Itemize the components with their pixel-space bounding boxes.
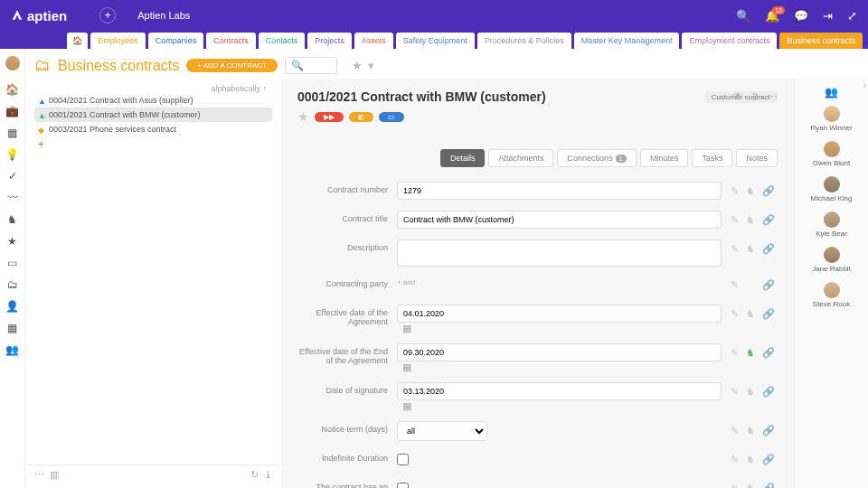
link-icon[interactable]: 🔗 xyxy=(762,214,775,226)
tab-contracts[interactable]: Contracts xyxy=(206,33,256,49)
edit-icon[interactable]: ✎ xyxy=(731,308,739,320)
rail-grid-icon[interactable]: ▦ xyxy=(7,322,17,334)
horse-icon[interactable]: ♞ xyxy=(746,425,755,436)
calendar-icon[interactable]: ▦ xyxy=(402,400,411,411)
input-eff-date[interactable] xyxy=(397,305,722,323)
add-party-link[interactable]: + add xyxy=(397,278,415,286)
input-end-date[interactable] xyxy=(397,343,722,361)
list-item[interactable]: ◆0003/2021 Phone services contract xyxy=(34,122,272,136)
add-global-button[interactable]: + xyxy=(99,7,116,23)
list-download-icon[interactable]: ⤓ xyxy=(264,469,272,481)
sort-label[interactable]: alphabetically xyxy=(211,84,260,93)
edit-icon[interactable]: ✎ xyxy=(731,425,739,436)
tab-notes[interactable]: Notes xyxy=(736,149,778,167)
input-description[interactable] xyxy=(397,239,722,267)
link-icon[interactable]: 🔗 xyxy=(762,185,775,197)
tab-tasks[interactable]: Tasks xyxy=(692,149,732,167)
calendar-icon[interactable]: ▦ xyxy=(402,361,411,372)
login-icon[interactable]: ⇥ xyxy=(823,9,833,23)
fullscreen-icon[interactable]: ⤢ xyxy=(847,9,857,23)
tab-connections[interactable]: Connections1 xyxy=(557,149,637,167)
rail-horse-icon[interactable]: ♞ xyxy=(7,213,17,226)
horse-icon[interactable]: ♞ xyxy=(746,243,755,255)
tab-assets[interactable]: Assets xyxy=(354,33,393,49)
brand-logo[interactable]: aptien xyxy=(11,8,67,23)
tab-home[interactable]: 🏠 xyxy=(67,33,88,49)
rail-check-icon[interactable]: ✓ xyxy=(8,170,17,183)
tag-blue[interactable]: ▭ xyxy=(379,112,404,122)
link-icon[interactable]: 🔗 xyxy=(762,454,775,465)
visibility-icon[interactable]: 👁 xyxy=(732,90,743,103)
link-icon[interactable]: 🔗 xyxy=(762,483,775,488)
tab-companies[interactable]: Companies xyxy=(148,33,204,49)
edit-icon[interactable]: ✎ xyxy=(731,483,739,488)
chat-icon[interactable]: 💬 xyxy=(794,9,808,23)
edit-icon[interactable]: ✎ xyxy=(731,243,739,255)
tab-safety[interactable]: Safety Equipment xyxy=(396,33,475,49)
rail-folder-icon[interactable]: 🗂 xyxy=(7,278,18,291)
link-icon[interactable]: 🔗 xyxy=(762,243,775,255)
rail-person-icon[interactable]: 👤 xyxy=(5,300,19,313)
notifications-icon[interactable]: 🔔13 xyxy=(765,9,779,23)
list-search[interactable]: 🔍 xyxy=(285,57,337,74)
rail-people-icon[interactable]: 👥 xyxy=(5,343,19,356)
person-item[interactable]: Ryan Winner xyxy=(798,106,864,132)
person-item[interactable]: Michael King xyxy=(798,176,864,202)
tag-yellow[interactable]: ◐ xyxy=(349,112,373,122)
rail-book-icon[interactable]: ▭ xyxy=(7,257,17,269)
collapse-icon[interactable]: › xyxy=(863,80,866,90)
add-contract-button[interactable]: + ADD A CONTRACT xyxy=(186,59,278,72)
list-item[interactable]: ▲0001/2021 Contract with BMW (customer) xyxy=(34,108,272,122)
tab-emp-contracts[interactable]: Employment contracts xyxy=(682,33,777,49)
list-item[interactable]: ▲0004/2021 Contract with Asus (supplier) xyxy=(34,93,272,108)
select-notice[interactable]: all xyxy=(397,421,487,441)
tab-details[interactable]: Details xyxy=(440,149,486,167)
person-item[interactable]: Kyle Bear xyxy=(798,211,864,238)
tab-minutes[interactable]: Minutes xyxy=(640,149,689,167)
link-icon[interactable]: 🔗 xyxy=(762,347,775,359)
horse-icon[interactable]: ♞ xyxy=(746,483,755,488)
favorite-icon[interactable]: ★ xyxy=(352,59,363,72)
horse-icon[interactable]: ♞ xyxy=(746,454,755,465)
share-icon[interactable]: ⇪ xyxy=(750,90,760,103)
checkbox-indef[interactable] xyxy=(397,454,409,465)
rail-home-icon[interactable]: 🏠 xyxy=(5,83,19,96)
link-icon[interactable]: 🔗 xyxy=(762,279,775,291)
edit-icon[interactable]: ✎ xyxy=(731,279,739,291)
rail-activity-icon[interactable]: 〰 xyxy=(7,192,18,204)
filter-icon[interactable]: ▾ xyxy=(368,59,374,72)
people-header-icon[interactable]: 👥 xyxy=(798,86,864,99)
user-avatar[interactable] xyxy=(5,56,20,70)
link-icon[interactable]: 🔗 xyxy=(762,425,775,436)
link-icon[interactable]: 🔗 xyxy=(762,308,775,320)
edit-icon[interactable]: ✎ xyxy=(731,386,739,398)
tab-employees[interactable]: Employees xyxy=(90,33,146,49)
tab-master-key[interactable]: Master Key Management xyxy=(574,33,680,49)
search-icon[interactable]: 🔍 xyxy=(736,9,750,23)
horse-icon[interactable]: ♞ xyxy=(746,308,755,320)
more-icon[interactable]: ⋯ xyxy=(767,90,778,103)
tab-contacts[interactable]: Contacts xyxy=(259,33,306,49)
edit-icon[interactable]: ✎ xyxy=(731,454,739,465)
rail-briefcase-icon[interactable]: 💼 xyxy=(5,105,19,117)
link-icon[interactable]: 🔗 xyxy=(762,386,775,398)
input-contract-number[interactable] xyxy=(397,182,722,200)
person-item[interactable]: Jane Rabbit xyxy=(798,247,864,273)
horse-icon[interactable]: ♞ xyxy=(746,214,755,226)
horse-icon[interactable]: ♞ xyxy=(746,386,755,398)
checkbox-auto-ext[interactable] xyxy=(397,483,409,488)
horse-icon[interactable]: ♞ xyxy=(746,347,755,359)
rail-calendar-icon[interactable]: ▦ xyxy=(7,127,17,139)
star-icon[interactable]: ★ xyxy=(297,109,309,124)
horse-icon[interactable]: ♞ xyxy=(746,185,755,197)
tab-biz-contracts[interactable]: Business contracts xyxy=(779,33,863,49)
tag-red[interactable]: ▶▶ xyxy=(315,112,344,122)
calendar-icon[interactable]: ▦ xyxy=(402,323,411,333)
add-list-item[interactable]: + xyxy=(34,136,272,153)
list-chart-icon[interactable]: ▥ xyxy=(50,469,59,481)
tab-procedures[interactable]: Procedures & Policies xyxy=(477,33,571,49)
input-contract-title[interactable] xyxy=(397,211,722,229)
tab-projects[interactable]: Projects xyxy=(307,33,352,49)
input-sig-date[interactable] xyxy=(397,382,722,400)
list-menu-icon[interactable]: ⋯ xyxy=(34,469,44,481)
